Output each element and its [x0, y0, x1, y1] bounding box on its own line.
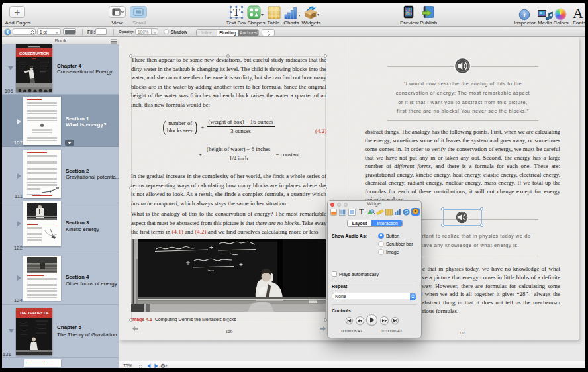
svg-text:THE THEORY OF: THE THEORY OF: [19, 311, 49, 315]
svg-text:CONSERVATION: CONSERVATION: [19, 52, 49, 56]
